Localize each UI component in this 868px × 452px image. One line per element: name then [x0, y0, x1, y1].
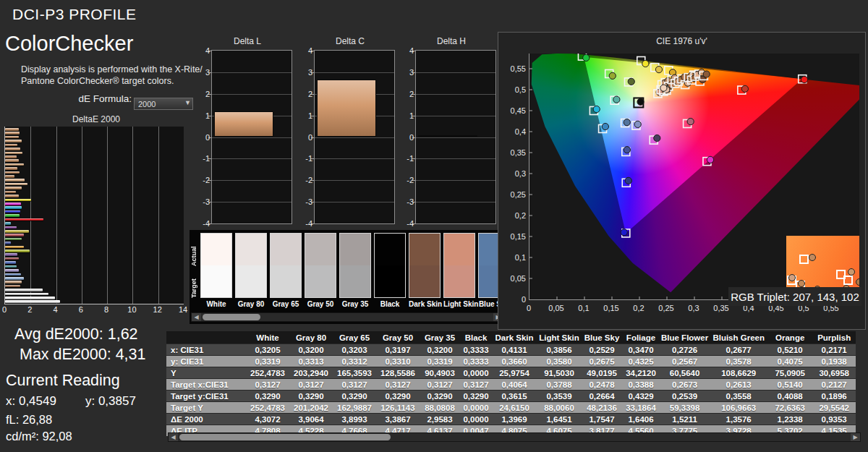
cell: 72,6363 — [767, 402, 812, 414]
scroll-left-icon[interactable]: ◀ — [192, 313, 201, 321]
cell: 3,3867 — [376, 414, 420, 425]
cell: 0,3127 — [246, 379, 289, 391]
swatch-actual — [375, 234, 405, 265]
x-tick-label: 2 — [27, 305, 32, 314]
cie-x-tick-label: 0,3 — [682, 304, 705, 312]
gridline — [107, 127, 108, 304]
cie-y-tick-label: 0,15 — [504, 232, 526, 241]
de-bar — [5, 253, 17, 256]
cell: 25,9754 — [492, 367, 537, 379]
de-bar — [5, 246, 24, 249]
cie-measured-point — [624, 119, 630, 126]
cell: 0,3319 — [246, 356, 289, 367]
avg-de2000: Avg dE2000: 1,62 — [14, 325, 138, 344]
cell: 0,2171 — [812, 344, 856, 356]
cell: 34,2120 — [622, 367, 660, 379]
cie-measured-point — [703, 71, 710, 77]
cell: 0,3127 — [289, 379, 333, 391]
inset-target-square — [799, 255, 809, 264]
swatch: Black — [374, 233, 406, 308]
de-bar — [5, 297, 55, 299]
column-header: Gray 80 — [289, 331, 333, 344]
cell: 0,4088 — [767, 391, 812, 402]
scroll-left-icon[interactable]: ◀ — [169, 433, 178, 441]
x-tick-label: 4 — [54, 305, 58, 314]
swatch-label: Gray 80 — [235, 300, 267, 308]
swatch: Gray 50 — [305, 233, 336, 308]
y-tick-label: -1 — [404, 154, 414, 163]
gridline — [416, 137, 495, 138]
cell: 0,3127 — [420, 379, 460, 391]
swatch-actual — [271, 234, 301, 265]
cell: 3,9064 — [289, 414, 333, 425]
cie-x-tick-label: 0,05 — [545, 304, 568, 312]
y-tick-label: -3 — [404, 197, 414, 206]
de-formula-dropdown[interactable]: 2000 ▼ — [134, 98, 193, 110]
cie-x-tick-label: 0 — [517, 304, 540, 312]
de-bar — [5, 163, 24, 166]
swatch-pair — [374, 233, 406, 298]
gridline — [158, 127, 159, 304]
cell: 90,4903 — [420, 367, 460, 379]
swatch-pair — [305, 233, 336, 298]
y-tick-label: 3 — [404, 68, 414, 77]
gridline — [416, 72, 495, 73]
cell: 0,3127 — [333, 379, 376, 391]
cell: 0,3580 — [537, 356, 582, 367]
cie-x-tick-label: 0,15 — [600, 304, 623, 312]
swatch-label: Gray 35 — [339, 300, 371, 308]
swatch-scroll-track[interactable] — [201, 313, 493, 321]
swatch-target — [201, 265, 231, 297]
cell: 59,3398 — [660, 402, 710, 414]
de-bar — [5, 136, 19, 139]
gridline — [416, 116, 495, 116]
table-scrollbar[interactable]: ◀ ▶ — [168, 432, 861, 442]
reading-cdm2: cd/m²: 92,08 — [6, 430, 72, 443]
swatch-scrollbar[interactable]: ◀ ▶ — [191, 312, 503, 322]
de-bar — [5, 269, 19, 272]
de-bar — [5, 179, 25, 182]
table-row: Y252,4783203,2940165,3593128,558690,4903… — [166, 367, 856, 379]
delta-c-title: Delta C — [304, 36, 396, 47]
de-bar — [5, 293, 48, 296]
de-bar — [5, 187, 22, 189]
delta-bar — [317, 80, 376, 137]
cie-measured-point — [628, 78, 634, 85]
cell: 0,3290 — [420, 391, 460, 402]
table-scroll-track[interactable] — [178, 433, 851, 441]
cell: 0,3558 — [710, 391, 767, 402]
cell: 0,2529 — [582, 344, 622, 356]
cell: 252,4783 — [246, 402, 289, 414]
swatch-pair — [443, 233, 475, 298]
gridline — [416, 158, 495, 159]
cell: 4,3072 — [246, 414, 289, 425]
cell: 0,4325 — [622, 356, 660, 367]
de-bar — [5, 210, 20, 213]
y-tick-label: 1 — [404, 111, 414, 120]
y-tick-label: -3 — [200, 197, 210, 206]
gridline — [212, 158, 292, 159]
current-reading-title: Current Reading — [6, 372, 120, 390]
chevron-down-icon[interactable]: ▼ — [184, 99, 191, 106]
row-label: Target y:CIE31 — [166, 391, 246, 402]
cell: 30,6958 — [812, 367, 856, 379]
cell: 0,3615 — [492, 391, 537, 402]
table-scroll-thumb[interactable] — [179, 434, 391, 440]
de-bar — [5, 152, 22, 155]
cie-measured-point — [613, 96, 620, 103]
cell: 0,3290 — [333, 391, 376, 402]
y-tick-label: 4 — [302, 46, 312, 55]
cie-y-tick-label: 0,05 — [504, 274, 526, 283]
gridline — [315, 180, 394, 181]
de-bar — [5, 261, 16, 264]
swatch: Gray 35 — [339, 233, 371, 308]
y-tick-label: -2 — [200, 176, 210, 184]
cell: 0,3290 — [376, 391, 420, 402]
delta-l-title: Delta L — [201, 36, 294, 47]
column-header: Orange — [767, 331, 812, 344]
gridline — [30, 127, 31, 304]
swatch-scroll-thumb[interactable] — [203, 314, 260, 320]
scroll-right-icon[interactable]: ▶ — [851, 433, 860, 441]
cell: 0,2677 — [710, 344, 767, 356]
y-tick-label: 4 — [200, 46, 210, 55]
